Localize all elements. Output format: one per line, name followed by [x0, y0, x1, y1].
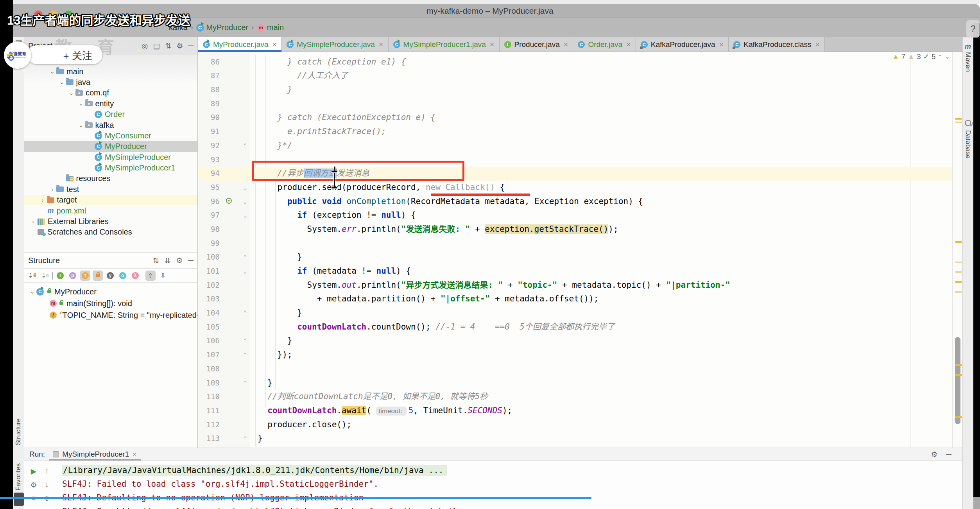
panel-options-icon[interactable]: ▤ [153, 41, 160, 50]
fold-marker-icon[interactable]: ⌄ [243, 181, 247, 195]
line-number[interactable]: 103 [198, 292, 224, 306]
project-tree-item[interactable]: ›External Libraries [24, 216, 197, 227]
project-tree-item[interactable]: Scratches and Consoles [24, 227, 197, 237]
line-number[interactable]: 107 [198, 348, 224, 362]
override-marker-icon[interactable]: ↑ [226, 198, 232, 204]
line-number[interactable]: 87 [198, 69, 224, 83]
hide-panel-icon[interactable]: ─ [188, 256, 193, 265]
project-tree-item[interactable]: CMySimpleProducer [24, 152, 197, 163]
line-number[interactable]: 90 [198, 111, 224, 125]
help-button[interactable]: ? [966, 20, 980, 38]
code-line[interactable]: 105countDownLatch.countDown(); //-1 = 4 … [198, 320, 952, 334]
gear-icon[interactable]: ⚙ [176, 41, 183, 50]
code-line[interactable]: 103+ metadata.partition() + "|offset-" +… [198, 292, 952, 306]
project-tree-item[interactable]: CMyProducer [24, 141, 197, 152]
line-number[interactable]: 98 [198, 222, 224, 237]
breadcrumb-item[interactable]: MyProducer [206, 23, 248, 32]
project-tree-item[interactable]: CMyConsumer [24, 131, 197, 141]
structure-filter-o-icon[interactable]: o [118, 271, 128, 281]
tree-chevron-icon[interactable]: ⌄ [49, 68, 56, 75]
project-tree-item[interactable]: ⌄main [24, 66, 197, 77]
fold-marker-icon[interactable]: ⌄ [243, 208, 247, 222]
project-tree-item[interactable]: mpom.xml [24, 205, 197, 216]
structure-filter-lock-icon[interactable] [93, 271, 103, 281]
code-line[interactable]: 101⌄if (metadata != null) { [198, 264, 952, 278]
line-number[interactable]: 112 [198, 418, 224, 432]
project-tree-item[interactable]: CMySimpleProducer1 [24, 163, 197, 173]
structure-filter-p-icon[interactable]: p [68, 271, 78, 281]
close-icon[interactable]: ✕ [132, 451, 137, 457]
gear-icon[interactable]: ⚙ [931, 450, 937, 459]
code-line[interactable]: 107⌃}); [198, 348, 952, 362]
video-control-button[interactable] [14, 493, 24, 506]
project-tree-item[interactable]: ›target [24, 195, 197, 205]
fold-marker-icon[interactable]: ⌃ [243, 348, 247, 362]
line-number[interactable]: 86 [198, 55, 224, 69]
project-tree-item[interactable]: ⌄com.qf [24, 88, 197, 98]
code-line[interactable]: 91e.printStackTrace(); [198, 125, 952, 139]
line-number[interactable]: 109 [198, 376, 224, 390]
editor-tab[interactable]: CMySimpleProducer1.java✕ [389, 37, 500, 52]
structure-tool-button[interactable]: Structure [14, 418, 22, 445]
fold-marker-icon[interactable]: ⌃ [243, 139, 247, 153]
structure-item[interactable]: mmain(String[]): void [24, 298, 197, 309]
editor-tab[interactable]: IProducer.java✕ [500, 37, 573, 52]
code-line[interactable]: 102System.out.println("异步方式发送消息结果: " + "… [198, 278, 952, 292]
close-icon[interactable]: ✕ [626, 41, 631, 48]
tree-chevron-icon[interactable]: ⌄ [78, 100, 84, 107]
expand-with-icon[interactable]: ⇧ [145, 271, 156, 281]
editor-tab[interactable]: CMySimpleProducer.java✕ [282, 37, 388, 52]
project-tree-item[interactable]: COrder [24, 109, 197, 120]
project-tree-item[interactable]: ⌄kafka [24, 120, 197, 130]
channel-logo[interactable]: ⟲ 千锋教育 www.qfedu.com [4, 41, 31, 69]
tree-chevron-icon[interactable]: › [39, 197, 46, 203]
project-tree-item[interactable]: ⌄entity [24, 99, 197, 109]
project-tree-item[interactable]: ›test [24, 184, 197, 195]
structure-filter-f-icon[interactable]: f [80, 271, 90, 281]
prev-problem-icon[interactable]: ⌃ [938, 54, 942, 60]
line-number[interactable]: 94 [198, 167, 224, 181]
fold-marker-icon[interactable]: ⌃ [243, 334, 247, 348]
line-number[interactable]: 89 [198, 97, 224, 111]
line-number[interactable]: 88 [198, 83, 224, 97]
tree-chevron-icon[interactable]: ⌄ [59, 79, 65, 86]
structure-filter-y-icon[interactable]: y [105, 271, 115, 281]
sort-by-visibility-icon[interactable]: ⇣ [27, 271, 38, 281]
line-number[interactable]: 101 [198, 264, 224, 278]
code-line[interactable]: 99 [198, 237, 952, 251]
code-line[interactable]: 98System.err.println("发送消息失败: " + except… [198, 222, 952, 237]
line-number[interactable]: 105 [198, 320, 224, 334]
fold-marker-icon[interactable]: ⌃ [243, 432, 247, 446]
code-line[interactable]: 87//人工介入了 [198, 69, 952, 83]
editor-tab[interactable]: CKafkaProducer.class✕ [729, 37, 825, 52]
editor-scrollbar-thumb[interactable] [955, 337, 960, 424]
code-line[interactable]: 104⌃} [198, 306, 952, 320]
code-line[interactable]: 86} catch (Exception e1) { [198, 55, 952, 69]
line-number[interactable]: 104 [198, 306, 224, 320]
tree-chevron-icon[interactable]: › [30, 218, 36, 225]
code-line[interactable]: 110//判断countDownLatch是不是0, 如果不是0, 就等待5秒 [198, 390, 952, 404]
code-line[interactable]: 89 [198, 97, 952, 111]
code-line[interactable]: 111countDownLatch.await( timeout: 5, Tim… [198, 404, 952, 418]
line-number[interactable]: 108 [198, 362, 224, 376]
collapse-with-icon[interactable]: ⇩ [158, 271, 168, 281]
follow-button[interactable]: + 关注 [27, 45, 102, 64]
hide-panel-icon[interactable]: ─ [188, 41, 193, 50]
close-icon[interactable]: ✕ [564, 41, 568, 48]
gear-icon[interactable]: ⚙ [176, 256, 183, 265]
editor-tab[interactable]: CKafkaProducer.java✕ [636, 37, 729, 52]
locate-file-icon[interactable]: ◎ [142, 41, 148, 50]
code-line[interactable]: 96↑⌄public void onCompletion(RecordMetad… [198, 195, 952, 209]
code-editor[interactable]: 85RecordMetadata metadata = producer.sen… [198, 52, 952, 448]
line-number[interactable]: 85 [198, 52, 224, 55]
close-icon[interactable]: ✕ [815, 41, 820, 48]
code-line[interactable]: 88} [198, 83, 952, 97]
hide-panel-icon[interactable]: ─ [946, 450, 951, 459]
code-line[interactable]: 90} catch (ExecutionException e) { [198, 111, 952, 125]
close-icon[interactable]: ✕ [272, 41, 277, 48]
line-number[interactable]: 96 [198, 195, 224, 209]
line-number[interactable]: 111 [198, 404, 224, 418]
up-stack-icon[interactable]: ↑ [42, 466, 52, 476]
fold-marker-icon[interactable]: ⌄ [243, 195, 247, 209]
down-stack-icon[interactable]: ↓ [42, 480, 52, 489]
